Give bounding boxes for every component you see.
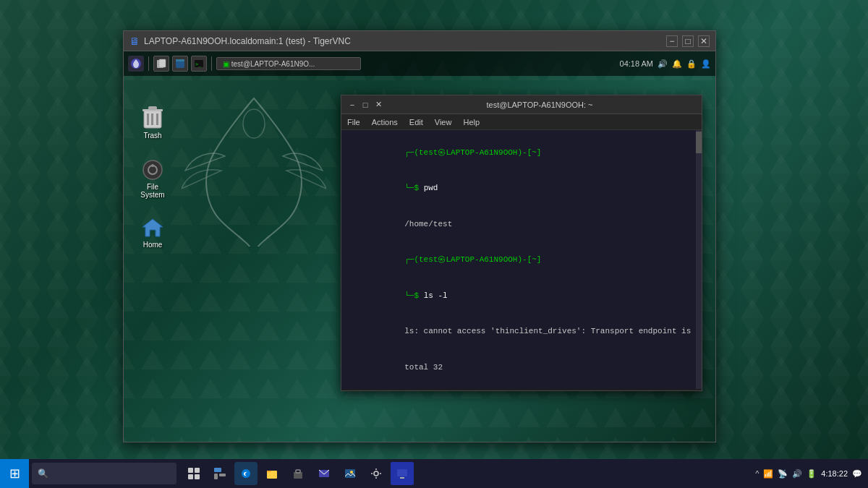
terminal-window: − □ ✕ test@LAPTOP-A61N9OOH: ~ File Actio… <box>341 95 702 391</box>
settings-button[interactable] <box>365 462 388 485</box>
terminal-scrollbar[interactable] <box>696 130 702 389</box>
taskbar-search[interactable]: 🔍 <box>32 463 176 484</box>
svg-rect-29 <box>195 468 200 473</box>
svg-marker-27 <box>142 219 163 236</box>
photos-button[interactable] <box>339 462 362 485</box>
network-icon: 📶 <box>763 469 773 479</box>
taskbar-separator-1 <box>148 56 149 71</box>
widgets-button[interactable] <box>208 462 231 485</box>
menu-view[interactable]: View <box>435 118 452 127</box>
terminal-line-1: ┌─(test㉿LAPTOP-A61N9OOH)-[~] <box>347 134 696 171</box>
volume-icon: 🔊 <box>792 469 802 479</box>
svg-text:>_: >_ <box>195 61 202 67</box>
vnc-trash-label: Trash <box>143 132 161 140</box>
speaker-icon: 🔊 <box>658 59 668 69</box>
explorer-button[interactable] <box>260 462 284 485</box>
svg-rect-37 <box>296 470 300 473</box>
menu-edit[interactable]: Edit <box>409 118 423 127</box>
taskbar-system-tray: ^ 📶 📡 🔊 🔋 4:18:22 💬 <box>755 469 868 479</box>
svg-point-26 <box>151 164 154 167</box>
terminal-close-button[interactable]: ✕ <box>373 100 383 110</box>
svg-rect-28 <box>188 468 193 473</box>
menu-actions[interactable]: Actions <box>372 118 398 127</box>
terminal-icon[interactable]: >_ <box>191 56 207 72</box>
terminal-titlebar: − □ ✕ test@LAPTOP-A61N9OOH: ~ <box>341 95 702 114</box>
terminal-maximize-button[interactable]: □ <box>360 100 370 110</box>
vnc-maximize-button[interactable]: □ <box>682 35 694 47</box>
svg-rect-33 <box>214 474 218 479</box>
vnc-desktop: >_ ▣ test@LAPTOP-A61N9O... 04:18 AM 🔊 🔔 … <box>124 51 715 442</box>
svg-rect-19 <box>147 114 149 125</box>
vnc-inner-taskbar: >_ ▣ test@LAPTOP-A61N9O... 04:18 AM 🔊 🔔 … <box>124 51 715 76</box>
vnc-icon-trash[interactable]: Trash <box>131 102 174 142</box>
files-icon[interactable] <box>153 56 169 72</box>
bell-icon: 🔔 <box>672 59 682 69</box>
chevron-up-icon[interactable]: ^ <box>755 469 759 478</box>
edge-button[interactable] <box>234 462 258 485</box>
svg-point-24 <box>143 160 162 179</box>
terminal-line-error: ls: cannot access 'thinclient_drives': T… <box>347 314 696 350</box>
terminal-scrollbar-thumb[interactable] <box>696 132 702 153</box>
vnc-window: 🖥 LAPTOP-A61N9OOH.localdomain:1 (test) -… <box>123 30 716 442</box>
start-button[interactable]: ⊞ <box>0 459 29 488</box>
svg-rect-12 <box>159 59 166 67</box>
vnc-kali-logo <box>182 87 326 249</box>
vnc-icon-filesystem[interactable]: File System <box>131 156 174 202</box>
svg-rect-20 <box>151 114 153 125</box>
vnc-button[interactable] <box>391 462 414 485</box>
taskbar-separator-2 <box>211 56 212 71</box>
vnc-filesystem-label: File System <box>134 183 171 199</box>
taskbar-pinned-icons <box>182 462 414 485</box>
active-terminal-tab[interactable]: ▣ test@LAPTOP-A61N9O... <box>216 57 361 70</box>
terminal-menu: File Actions Edit View Help <box>341 114 702 130</box>
store-button[interactable] <box>286 462 310 485</box>
svg-rect-21 <box>156 114 158 125</box>
search-icon: 🔍 <box>38 468 48 479</box>
browser-icon[interactable] <box>172 56 188 72</box>
svg-rect-32 <box>214 468 221 472</box>
notifications-button[interactable]: 💬 <box>852 469 862 479</box>
vnc-title: LAPTOP-A61N9OOH.localdomain:1 (test) - T… <box>144 36 666 46</box>
system-time[interactable]: 4:18:22 <box>821 469 848 478</box>
menu-file[interactable]: File <box>347 118 360 127</box>
terminal-line-total: total 32 <box>347 349 696 385</box>
svg-rect-42 <box>397 469 407 476</box>
svg-point-41 <box>374 471 378 476</box>
vnc-icon: 🖥 <box>129 35 140 47</box>
vnc-time: 04:18 AM <box>620 59 653 68</box>
shield-icon: 🔒 <box>686 59 697 69</box>
mail-button[interactable] <box>312 462 336 485</box>
svg-rect-23 <box>148 106 157 110</box>
taskview-button[interactable] <box>182 462 205 485</box>
windows-taskbar: ⊞ 🔍 ^ 📶 📡 <box>0 459 868 488</box>
vnc-titlebar: 🖥 LAPTOP-A61N9OOH.localdomain:1 (test) -… <box>124 31 715 51</box>
terminal-line-5: └─$ ls -l <box>347 278 696 314</box>
svg-rect-31 <box>195 474 200 479</box>
terminal-controls: − □ ✕ <box>347 100 383 110</box>
svg-rect-43 <box>400 477 404 479</box>
vnc-taskbar-right: 04:18 AM 🔊 🔔 🔒 👤 <box>620 59 711 69</box>
vnc-minimize-button[interactable]: − <box>666 35 678 47</box>
vnc-icon-home[interactable]: Home <box>131 214 174 252</box>
desktop: Trash File System Home 🖥 LAPTOP-A61N9OOH… <box>0 0 868 459</box>
terminal-line-3: /home/test <box>347 206 696 242</box>
menu-help[interactable]: Help <box>463 118 480 127</box>
user-icon: 👤 <box>701 59 711 69</box>
terminal-line-2: └─$ pwd <box>347 171 696 207</box>
terminal-content[interactable]: ┌─(test㉿LAPTOP-A61N9OOH)-[~] └─$ pwd /ho… <box>341 130 702 389</box>
terminal-title: test@LAPTOP-A61N9OOH: ~ <box>383 100 696 109</box>
terminal-minimize-button[interactable]: − <box>347 100 357 110</box>
svg-rect-14 <box>176 59 184 61</box>
vnc-home-label: Home <box>143 241 163 249</box>
terminal-tab-label: test@LAPTOP-A61N9O... <box>231 60 315 68</box>
svg-rect-39 <box>345 469 355 478</box>
vnc-controls: − □ ✕ <box>666 35 710 47</box>
svg-rect-34 <box>219 474 226 476</box>
terminal-line-desktop: drwxr-xr-x 2 test test 4096 Nov 23 03:53… <box>347 385 696 390</box>
vnc-close-button[interactable]: ✕ <box>698 35 710 47</box>
battery-icon: 🔋 <box>807 469 817 479</box>
terminal-line-4: ┌─(test㉿LAPTOP-A61N9OOH)-[~] <box>347 242 696 278</box>
svg-rect-30 <box>188 474 193 479</box>
kali-menu-icon[interactable] <box>128 56 144 72</box>
wifi-icon: 📡 <box>778 469 788 479</box>
